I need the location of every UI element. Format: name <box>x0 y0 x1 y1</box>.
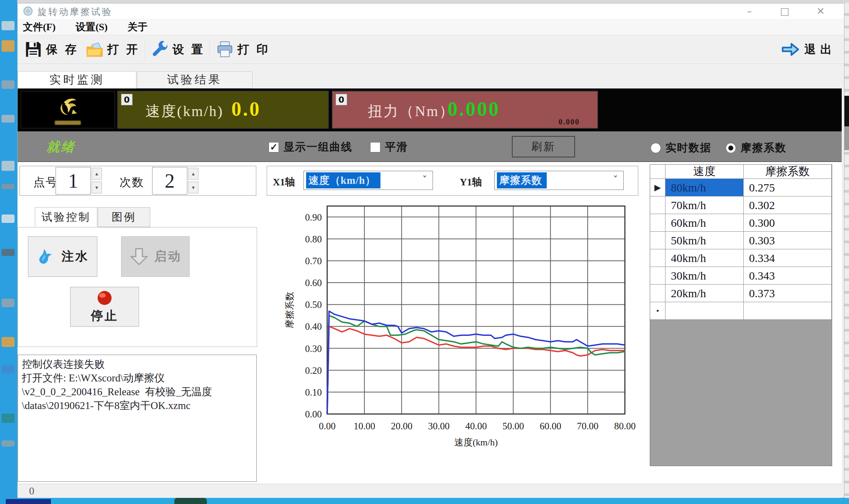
friction-cell[interactable]: 0.334 <box>744 249 832 267</box>
log-line: \v2_0_0_2_200416_Release 有校验_无温度 <box>22 385 252 399</box>
start-button[interactable]: 启动 <box>121 236 190 277</box>
svg-text:摩擦系数: 摩擦系数 <box>285 292 295 329</box>
background-window-edge <box>17 0 849 3</box>
desktop-icon <box>2 366 15 373</box>
svg-text:0.10: 0.10 <box>305 387 322 398</box>
table-row[interactable]: 50km/h 0.303 <box>650 232 832 249</box>
tab-test-control[interactable]: 试验控制 <box>35 207 97 227</box>
tab-test-results[interactable]: 试验结果 <box>137 71 252 88</box>
row-marker <box>650 196 665 214</box>
speed-cell[interactable]: 50km/h <box>665 232 744 249</box>
x1-axis-select[interactable]: 速度（km/h） ˇ <box>303 171 433 190</box>
x1-axis-value: 速度（km/h） <box>306 172 380 188</box>
row-marker <box>650 267 665 285</box>
show-curves-checkbox[interactable]: ✓ <box>269 142 279 152</box>
open-icon <box>86 41 103 58</box>
table-header: 速度 摩擦系数 <box>650 165 832 179</box>
table-row[interactable]: 20km/h 0.373 <box>650 285 832 302</box>
row-marker <box>650 249 665 267</box>
table-row[interactable]: 70km/h 0.302 <box>650 196 832 214</box>
table-row[interactable]: 60km/h 0.300 <box>650 214 832 232</box>
chevron-down-icon: ˇ <box>422 175 427 186</box>
maximize-button[interactable]: □ <box>774 5 795 17</box>
desktop-icon <box>2 249 15 256</box>
friction-coeff-radio[interactable] <box>726 143 736 153</box>
speed-cell[interactable] <box>665 302 744 320</box>
menubar: 文件(F) 设置(S) 关于 <box>18 19 844 35</box>
close-button[interactable]: ✕ <box>810 5 831 17</box>
printer-icon <box>216 41 234 58</box>
times-up-button[interactable]: ▲ <box>188 168 198 180</box>
desktop-icon <box>2 161 15 171</box>
friction-cell[interactable]: 0.303 <box>744 232 832 249</box>
y1-axis-select[interactable]: 摩擦系数 ˇ <box>494 171 624 190</box>
speed-cell[interactable]: 60km/h <box>665 214 744 232</box>
torque-meter: 0 扭力（Nm） 0.000 0.000 <box>332 91 598 129</box>
friction-cell[interactable]: 0.275 <box>744 179 832 196</box>
realtime-data-radio[interactable] <box>651 143 661 153</box>
toolbar-separator <box>145 39 146 60</box>
speed-cell[interactable]: 80km/h <box>665 179 744 196</box>
speed-cell[interactable]: 70km/h <box>665 196 744 214</box>
speed-cell[interactable]: 20km/h <box>665 285 744 302</box>
tab-realtime-monitor[interactable]: 实时监测 <box>18 71 136 88</box>
new-row-marker: • <box>650 302 665 320</box>
menu-settings[interactable]: 设置(S) <box>66 19 118 35</box>
desktop-icon <box>2 184 15 189</box>
friction-cell[interactable]: 0.373 <box>744 285 832 302</box>
speed-cell[interactable]: 30km/h <box>665 267 744 285</box>
table-row[interactable]: ▶ 80km/h 0.275 <box>650 179 832 196</box>
menu-file[interactable]: 文件(F) <box>18 19 66 35</box>
exit-button[interactable]: 退 出 <box>781 38 833 61</box>
smooth-checkbox[interactable] <box>370 142 380 152</box>
water-inject-button[interactable]: 注水 <box>28 236 97 277</box>
times-input[interactable]: 2 <box>152 167 187 195</box>
row-marker <box>650 285 665 302</box>
desktop-icon <box>2 115 15 123</box>
torque-value: 0.000 <box>447 98 500 120</box>
friction-cell[interactable] <box>744 302 832 320</box>
friction-coeff-option[interactable]: 摩擦系数 <box>726 141 787 155</box>
log-line: 打开文件: E:\WXscord\动摩擦仪 <box>22 371 252 385</box>
save-icon <box>25 41 42 58</box>
realtime-data-option[interactable]: 实时数据 <box>651 141 711 155</box>
open-button[interactable]: 打 开 <box>86 38 140 61</box>
menu-about[interactable]: 关于 <box>118 19 157 35</box>
print-button[interactable]: 打 印 <box>216 38 270 61</box>
col-speed-header: 速度 <box>665 165 744 179</box>
row-marker <box>650 214 665 232</box>
point-down-button[interactable]: ▼ <box>92 182 102 193</box>
friction-cell[interactable]: 0.300 <box>744 214 832 232</box>
svg-text:速度(km/h): 速度(km/h) <box>454 437 498 447</box>
friction-cell[interactable]: 0.343 <box>744 267 832 285</box>
message-log[interactable]: 控制仪表连接失败 打开文件: E:\WXscord\动摩擦仪 \v2_0_0_2… <box>18 355 257 482</box>
torque-label: 扭力（Nm） <box>368 101 455 121</box>
svg-text:70.00: 70.00 <box>577 421 598 431</box>
background-window-edge <box>844 3 849 498</box>
times-down-button[interactable]: ▼ <box>188 182 198 193</box>
table-row[interactable]: 40km/h 0.334 <box>650 249 832 267</box>
minimize-button[interactable]: – <box>739 5 760 17</box>
svg-text:0.00: 0.00 <box>319 421 336 431</box>
stop-button[interactable]: 停止 <box>70 287 139 327</box>
svg-text:30.00: 30.00 <box>428 421 449 431</box>
screen: 旋转动摩擦试验 – □ ✕ 文件(F) 设置(S) 关于 保 存 <box>0 0 849 504</box>
friction-cell[interactable]: 0.302 <box>744 196 832 214</box>
logo-panel <box>21 91 115 128</box>
status-row: 就绪 ✓ 显示一组曲线 平滑 刷新 实时数据 摩擦系数 <box>18 131 842 162</box>
point-up-button[interactable]: ▲ <box>92 168 102 180</box>
point-number-input[interactable]: 1 <box>56 167 91 195</box>
svg-text:0.40: 0.40 <box>305 321 322 332</box>
wrench-icon <box>151 41 169 58</box>
show-curves-option[interactable]: ✓ 显示一组曲线 <box>269 140 352 154</box>
save-button[interactable]: 保 存 <box>25 38 79 61</box>
exit-arrow-icon <box>781 42 801 57</box>
table-new-row[interactable]: • <box>650 302 832 320</box>
speed-cell[interactable]: 40km/h <box>665 249 744 267</box>
speed-channel-badge: 0 <box>121 94 133 105</box>
refresh-button[interactable]: 刷新 <box>512 136 575 157</box>
tab-legend[interactable]: 图例 <box>98 207 150 227</box>
table-row[interactable]: 30km/h 0.343 <box>650 267 832 285</box>
settings-button[interactable]: 设 置 <box>151 38 205 61</box>
smooth-option[interactable]: 平滑 <box>370 140 408 154</box>
